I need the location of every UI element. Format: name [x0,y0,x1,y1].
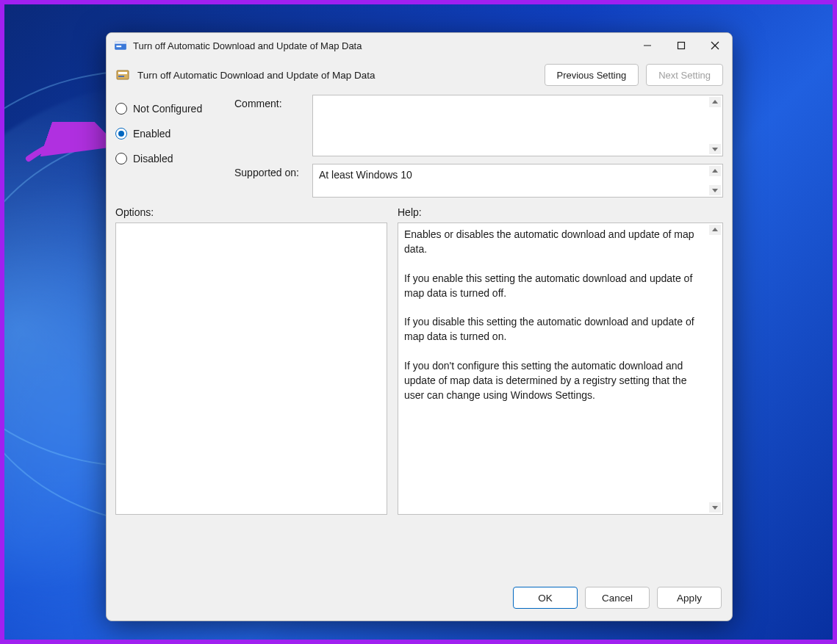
desktop-wallpaper: Turn off Automatic Download and Update o… [0,0,837,644]
scroll-down-icon[interactable] [709,502,721,513]
header-row: Turn off Automatic Download and Update o… [107,58,732,95]
radio-enabled[interactable]: Enabled [115,121,226,146]
scroll-down-icon[interactable] [709,185,721,195]
svg-rect-9 [118,76,124,77]
window-title: Turn off Automatic Download and Update o… [133,40,631,51]
radio-label: Disabled [133,153,173,164]
state-radio-group: Not Configured Enabled Disabled [115,95,226,198]
apply-button[interactable]: Apply [657,587,722,609]
scroll-down-icon[interactable] [709,144,721,154]
close-button[interactable] [698,33,732,58]
svg-rect-2 [116,46,121,47]
comment-scroll [709,95,721,156]
options-label: Options: [115,206,387,218]
help-text-p4: If you don't configure this setting the … [404,359,706,403]
scroll-up-icon[interactable] [709,166,721,176]
maximize-button[interactable] [664,33,698,58]
supported-on-box: At least Windows 10 [312,164,723,198]
svg-rect-8 [118,72,127,74]
help-scroll [709,223,721,514]
minimize-button[interactable] [631,33,664,58]
dialog-footer: OK Cancel Apply [107,575,732,621]
policy-header-icon [115,68,130,82]
help-label: Help: [398,206,723,218]
help-text-p1: Enables or disables the automatic downlo… [404,228,706,257]
radio-not-configured[interactable]: Not Configured [115,96,226,121]
supported-on-label: Supported on: [234,164,305,198]
radio-label: Not Configured [133,103,202,115]
comment-input[interactable] [312,95,723,156]
radio-icon [115,153,127,164]
svg-rect-1 [115,41,126,43]
cancel-button[interactable]: Cancel [585,587,650,609]
policy-icon [114,39,127,52]
radio-label: Enabled [133,128,170,140]
help-pane: Enables or disables the automatic downlo… [398,222,723,515]
comment-label: Comment: [234,95,305,156]
scroll-up-icon[interactable] [709,225,721,235]
help-text-p3: If you disable this setting the automati… [404,315,706,344]
scroll-up-icon[interactable] [709,97,721,107]
supported-on-value: At least Windows 10 [319,169,412,181]
help-text-p2: If you enable this setting the automatic… [404,272,706,301]
policy-dialog: Turn off Automatic Download and Update o… [106,32,733,621]
radio-icon [115,103,127,115]
radio-disabled[interactable]: Disabled [115,146,226,171]
previous-setting-button[interactable]: Previous Setting [545,64,639,86]
policy-name: Turn off Automatic Download and Update o… [137,70,537,81]
svg-rect-7 [117,70,129,79]
svg-rect-4 [678,43,685,49]
radio-icon [115,128,127,140]
supported-scroll [709,164,721,197]
options-pane [115,222,387,515]
ok-button[interactable]: OK [513,587,578,609]
next-setting-button[interactable]: Next Setting [646,64,723,86]
titlebar: Turn off Automatic Download and Update o… [107,33,732,58]
